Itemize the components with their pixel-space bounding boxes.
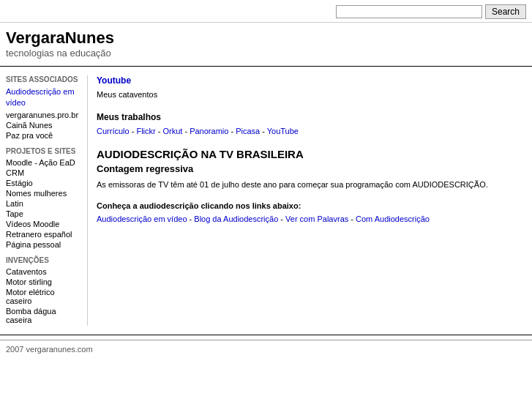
trabalhos-link-flickr[interactable]: Flickr (136, 127, 155, 135)
sidebar-text-0-2: Cainã Nunes (6, 121, 81, 130)
article-body: As emissoras de TV têm até 01 de julho d… (97, 179, 523, 191)
know-more-link-com-audiodescrição[interactable]: Com Audiodescrição (356, 215, 430, 223)
sidebar-text-1-8: Página pessoal (6, 240, 81, 249)
sidebar: SITES ASSOCIADOSAudiodescrição em vídeov… (0, 75, 88, 326)
meus-trabalhos-title: Meus trabalhos (97, 112, 523, 122)
sidebar-link-0-0[interactable]: Audiodescrição em vídeo (6, 86, 81, 109)
sidebar-section-title-2: INVENÇÕES (6, 256, 81, 264)
know-more-links: Audiodescrição em vídeo - Blog da Audiod… (97, 213, 523, 226)
trabalhos-link-currículo[interactable]: Currículo (97, 127, 130, 135)
youtube-link[interactable]: Youtube (97, 75, 131, 86)
link-separator: - (182, 127, 190, 135)
sidebar-text-1-2: Estágio (6, 179, 81, 187)
sidebar-text-1-5: Tape (6, 209, 81, 218)
trabalhos-link-panoramio[interactable]: Panoramio (190, 127, 228, 135)
sidebar-text-1-7: Retranero español (6, 230, 81, 239)
search-input[interactable] (336, 5, 482, 18)
search-button[interactable]: Search (485, 4, 526, 19)
footer-text: 2007 vergaranunes.com (6, 345, 93, 354)
article-title: AUDIODESCRIÇÃO NA TV BRASILEIRA (97, 148, 523, 160)
know-more-separator: - (278, 215, 285, 223)
sidebar-text-1-6: Vídeos Moodle (6, 220, 81, 228)
sidebar-text-0-1: vergaranunes.pro.br (6, 111, 81, 119)
know-more-link-audiodescrição-em-vídeo[interactable]: Audiodescrição em vídeo (97, 215, 187, 223)
site-subtitle: tecnologias na educação (6, 48, 526, 59)
sidebar-text-2-1: Motor stirling (6, 277, 81, 286)
know-more-link-ver-com-palavras[interactable]: Ver com Palavras (285, 215, 348, 223)
top-bar: Search (0, 0, 532, 23)
meus-cataventos-label: Meus cataventos (97, 90, 157, 99)
know-more-separator: - (187, 215, 195, 223)
link-separator: - (228, 127, 236, 135)
link-separator: - (156, 127, 163, 135)
know-more-title: Conheça a audiodescrição clicando nos li… (97, 201, 523, 210)
youtube-title: Youtube (97, 75, 523, 86)
sidebar-text-1-4: Latin (6, 199, 81, 208)
content: Youtube Meus cataventos Meus trabalhos C… (88, 75, 532, 326)
know-more-section: Conheça a audiodescrição clicando nos li… (97, 201, 523, 226)
site-header: VergaraNunes tecnologias na educação (0, 23, 532, 61)
main-layout: SITES ASSOCIADOSAudiodescrição em vídeov… (0, 71, 532, 330)
know-more-link-blog-da-audiodescrição[interactable]: Blog da Audiodescrição (194, 215, 278, 223)
sidebar-text-2-2: Motor elétrico caseiro (6, 288, 81, 305)
sidebar-section-title-1: PROJETOS E SITES (6, 147, 81, 155)
sidebar-section-title-0: SITES ASSOCIADOS (6, 75, 81, 83)
site-title: VergaraNunes (6, 29, 526, 48)
link-separator: - (130, 127, 137, 135)
youtube-section: Youtube Meus cataventos (97, 75, 523, 102)
youtube-links: Meus cataventos (97, 89, 523, 102)
know-more-separator: - (348, 215, 356, 223)
footer-divider (0, 335, 532, 335)
sidebar-text-2-3: Bomba dágua caseira (6, 307, 81, 324)
article-subtitle: Contagem regressiva (97, 163, 523, 174)
article-section: AUDIODESCRIÇÃO NA TV BRASILEIRA Contagem… (97, 148, 523, 191)
trabalhos-link-picasa[interactable]: Picasa (236, 127, 260, 135)
sidebar-text-1-1: CRM (6, 168, 81, 177)
main-divider (0, 66, 532, 67)
trabalhos-link-orkut[interactable]: Orkut (162, 127, 182, 135)
meus-trabalhos-links: Currículo - Flickr - Orkut - Panoramio -… (97, 125, 523, 138)
sidebar-text-2-0: Cataventos (6, 267, 81, 276)
link-separator: - (260, 127, 267, 135)
trabalhos-link-youtube[interactable]: YouTube (267, 127, 299, 135)
sidebar-text-1-0: Moodle - Ação EaD (6, 158, 81, 167)
footer: 2007 vergaranunes.com (0, 340, 532, 358)
sidebar-text-0-3: Paz pra você (6, 131, 81, 140)
search-form: Search (336, 4, 526, 19)
sidebar-text-1-3: Nomes mulheres (6, 189, 81, 198)
meus-trabalhos-section: Meus trabalhos Currículo - Flickr - Orku… (97, 112, 523, 138)
